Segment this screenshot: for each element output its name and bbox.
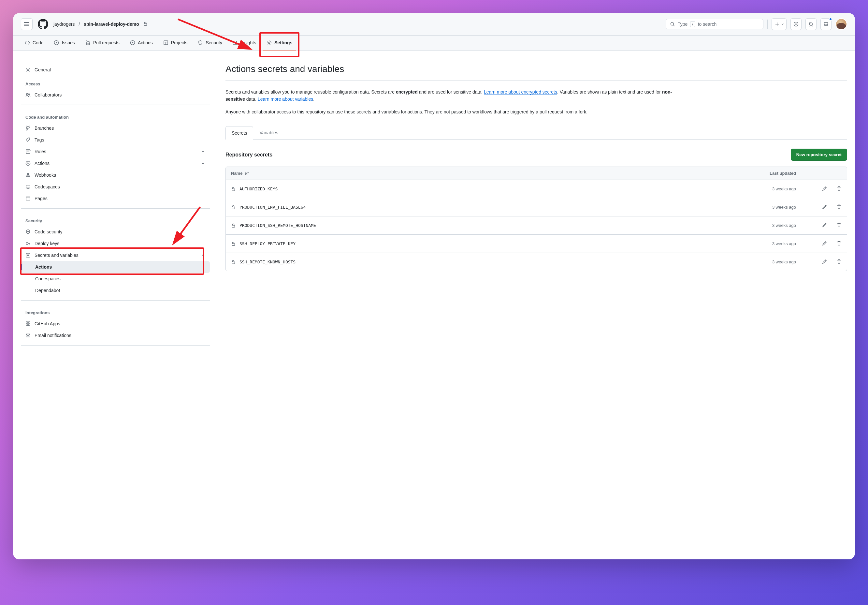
repo-tab-security[interactable]: Security	[194, 36, 226, 51]
sidebar-subitem-codespaces[interactable]: Codespaces	[21, 273, 210, 285]
pencil-icon	[822, 259, 827, 264]
chevron-up-icon	[201, 253, 205, 258]
edit-button[interactable]	[822, 186, 827, 192]
edit-button[interactable]	[822, 204, 827, 210]
secrets-table: Name Last updated AUTHORIZED_KEYS 3 week…	[225, 167, 847, 271]
sidebar-item-webhooks[interactable]: Webhooks	[21, 169, 210, 181]
secret-updated-cell: 3 weeks ago	[731, 186, 796, 191]
sidebar-item-label: Tags	[34, 137, 44, 143]
hamburger-button[interactable]	[21, 18, 33, 30]
search-icon	[670, 22, 675, 27]
pr-icon	[808, 22, 814, 27]
pencil-icon	[822, 222, 827, 228]
gear-icon	[267, 40, 272, 45]
repo-tab-insights[interactable]: Insights	[229, 36, 260, 51]
repo-tab-label: Settings	[274, 40, 292, 45]
sidebar-item-label: Collaborators	[34, 92, 62, 98]
pencil-icon	[822, 240, 827, 246]
repo-tab-projects[interactable]: Projects	[159, 36, 192, 51]
mail-icon	[25, 333, 31, 338]
play-icon	[130, 40, 135, 45]
trash-icon	[836, 204, 842, 209]
lock-icon	[231, 260, 236, 264]
pr-icon	[85, 40, 91, 45]
search-kbd: /	[690, 21, 695, 27]
trash-icon	[836, 259, 842, 264]
avatar[interactable]	[835, 18, 847, 30]
sidebar-group-head: Integrations	[21, 304, 210, 318]
divider	[225, 80, 847, 81]
tab-secrets[interactable]: Secrets	[225, 126, 253, 140]
repo-tab-label: Projects	[171, 40, 188, 45]
column-header-name[interactable]: Name	[231, 171, 731, 176]
sidebar-subitem-dependabot[interactable]: Dependabot	[21, 285, 210, 296]
owner-link[interactable]: jaydrogers	[53, 22, 74, 27]
sidebar-item-label: Webhooks	[34, 172, 56, 178]
sidebar-subitem-actions[interactable]: Actions	[21, 261, 210, 273]
table-row: SSH_DEPLOY_PRIVATE_KEY 3 weeks ago	[226, 234, 847, 253]
sidebar-item-email-notifications[interactable]: Email notifications	[21, 330, 210, 341]
delete-button[interactable]	[836, 204, 842, 210]
sidebar-item-github-apps[interactable]: GitHub Apps	[21, 318, 210, 330]
repo-tab-actions[interactable]: Actions	[126, 36, 157, 51]
delete-button[interactable]	[836, 259, 842, 265]
secret-updated-cell: 3 weeks ago	[731, 205, 796, 209]
repo-tab-label: Pull requests	[93, 40, 119, 45]
sidebar-item-codespaces[interactable]: Codespaces	[21, 181, 210, 192]
repo-tab-code[interactable]: Code	[21, 36, 47, 51]
issue-icon	[54, 40, 59, 45]
sidebar-item-tags[interactable]: Tags	[21, 134, 210, 146]
sidebar-group-head: Security	[21, 213, 210, 226]
sidebar-item-branches[interactable]: Branches	[21, 122, 210, 134]
github-logo-icon[interactable]	[38, 19, 48, 29]
page-body: General AccessCollaboratorsCode and auto…	[13, 51, 855, 559]
sidebar-item-secrets-and-variables[interactable]: Secrets and variables	[21, 249, 210, 261]
secret-name-cell: SSH_REMOTE_KNOWN_HOSTS	[231, 259, 731, 264]
table-row: PRODUCTION_SSH_REMOTE_HOSTNAME 3 weeks a…	[226, 216, 847, 234]
gear-icon	[25, 67, 31, 72]
new-repository-secret-button[interactable]: New repository secret	[791, 149, 847, 161]
sidebar-subitem-label: Dependabot	[35, 288, 60, 293]
notifications-button[interactable]	[820, 18, 831, 30]
secret-actions-cell	[796, 186, 842, 192]
edit-button[interactable]	[822, 240, 827, 247]
sidebar-item-pages[interactable]: Pages	[21, 192, 210, 205]
lock-icon	[231, 187, 236, 191]
issues-button[interactable]	[790, 18, 801, 30]
delete-button[interactable]	[836, 186, 842, 192]
column-header-updated: Last updated	[731, 171, 796, 176]
sidebar-item-general[interactable]: General	[21, 64, 210, 76]
secret-name-cell: AUTHORIZED_KEYS	[231, 186, 731, 191]
create-new-button[interactable]	[772, 18, 787, 30]
pencil-icon	[822, 204, 827, 209]
link-variables[interactable]: Learn more about variables	[258, 96, 313, 102]
repo-link[interactable]: spin-laravel-deploy-demo	[84, 22, 139, 27]
tab-variables[interactable]: Variables	[253, 126, 284, 139]
search-input[interactable]: Type / to search	[666, 19, 763, 29]
delete-button[interactable]	[836, 240, 842, 247]
repo-tab-pull-requests[interactable]: Pull requests	[81, 36, 124, 51]
chevron-down-icon	[201, 149, 205, 154]
sidebar-group-head: Code and automation	[21, 109, 210, 122]
repo-tab-label: Code	[33, 40, 43, 45]
edit-button[interactable]	[822, 259, 827, 265]
pull-requests-button[interactable]	[806, 18, 817, 30]
link-encrypted-secrets[interactable]: Learn more about encrypted secrets	[484, 89, 557, 95]
sidebar-item-actions[interactable]: Actions	[21, 157, 210, 169]
tag-icon	[25, 137, 31, 143]
sidebar-item-deploy-keys[interactable]: Deploy keys	[21, 237, 210, 249]
table-row: AUTHORIZED_KEYS 3 weeks ago	[226, 180, 847, 198]
secret-updated-cell: 3 weeks ago	[731, 259, 796, 264]
sidebar-item-label: Rules	[34, 149, 46, 154]
edit-button[interactable]	[822, 222, 827, 228]
secret-actions-cell	[796, 259, 842, 265]
sidebar-item-code-security[interactable]: Code security	[21, 226, 210, 237]
sidebar-item-label: Codespaces	[34, 184, 60, 189]
code-icon	[25, 40, 30, 45]
sidebar-item-collaborators[interactable]: Collaborators	[21, 89, 210, 101]
sidebar-item-rules[interactable]: Rules	[21, 146, 210, 157]
sort-icon	[244, 171, 249, 176]
delete-button[interactable]	[836, 222, 842, 228]
repo-tab-settings[interactable]: Settings	[263, 36, 296, 51]
repo-tab-issues[interactable]: Issues	[50, 36, 79, 51]
